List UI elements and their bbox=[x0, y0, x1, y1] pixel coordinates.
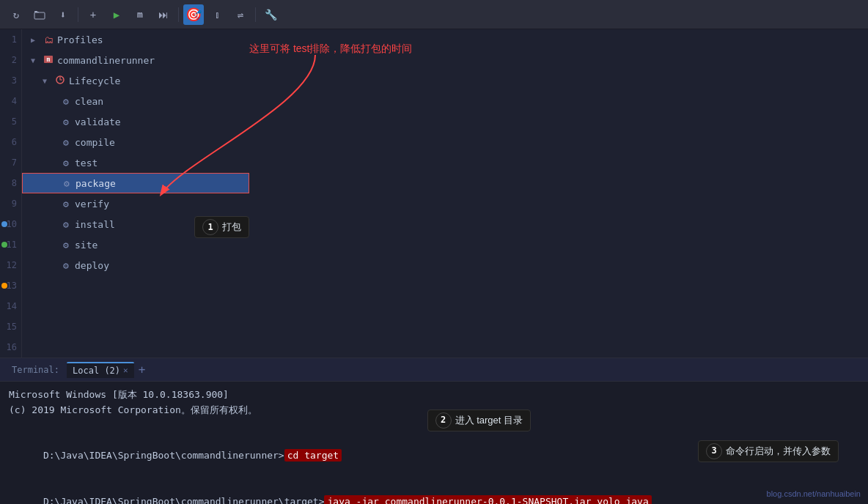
verify-item[interactable]: ⚙ verify bbox=[22, 193, 249, 214]
terminal-add-btn[interactable]: + bbox=[139, 363, 146, 377]
validate-label: validate bbox=[75, 116, 121, 127]
profiles-item[interactable]: ▶ 🗂 Profiles bbox=[22, 29, 249, 50]
line-10: 10 bbox=[0, 214, 21, 234]
terminal-label: Terminal: bbox=[6, 362, 65, 378]
commandlinerunner-item[interactable]: ▼ m commandlinerunner bbox=[22, 50, 249, 70]
site-gear-icon: ⚙ bbox=[60, 240, 72, 251]
line-4: 4 bbox=[0, 91, 21, 111]
line-numbers: 1 2 3 4 5 6 7 8 9 10 11 12 13 14 15 16 bbox=[0, 29, 22, 357]
terminal-line-3: D:\Java\IDEA\SpringBoot\commandlinerunne… bbox=[9, 433, 859, 478]
terminal-prompt-3: D:\Java\IDEA\SpringBoot\commandlinerunne… bbox=[43, 450, 284, 461]
main-area: 1 2 3 4 5 6 7 8 9 10 11 12 13 14 15 16 ▶ bbox=[0, 29, 868, 357]
project-tree: ▶ 🗂 Profiles ▼ m commandlinerunner ▼ Lif… bbox=[22, 29, 249, 357]
test-label: test bbox=[75, 158, 98, 168]
terminal-close-btn[interactable]: ✕ bbox=[123, 366, 128, 375]
sep2 bbox=[178, 7, 179, 22]
validate-item[interactable]: ⚙ validate bbox=[22, 111, 249, 132]
terminal-line-2: (c) 2019 Microsoft Corporation。保留所有权利。 bbox=[9, 403, 859, 418]
run-btn[interactable]: ▶ bbox=[106, 4, 127, 25]
terminal-line-blank bbox=[9, 418, 859, 434]
maven-btn[interactable]: m bbox=[130, 4, 150, 25]
install-item[interactable]: ⚙ install bbox=[22, 214, 249, 234]
footer-watermark: blog.csdn.net/nanhuaibein bbox=[767, 488, 861, 501]
columns-btn[interactable]: ⫾ bbox=[207, 4, 227, 25]
settings-btn[interactable]: 🔧 bbox=[260, 4, 281, 25]
toolbar: ↻ ⬇ + ▶ m ⏭ 🎯 ⫾ ⇌ 🔧 bbox=[0, 0, 868, 29]
profiles-icon: 🗂 bbox=[43, 34, 54, 45]
skip-btn[interactable]: ⏭ bbox=[153, 4, 174, 25]
commandlinerunner-arrow: ▼ bbox=[31, 56, 40, 64]
compile-item[interactable]: ⚙ compile bbox=[22, 132, 249, 152]
line-6: 6 bbox=[0, 132, 21, 152]
line-16: 16 bbox=[0, 337, 21, 357]
commandlinerunner-label: commandlinerunner bbox=[57, 55, 155, 66]
line-9: 9 bbox=[0, 193, 21, 214]
profiles-arrow: ▶ bbox=[31, 36, 40, 44]
line-5: 5 bbox=[0, 111, 21, 132]
sep1 bbox=[78, 7, 78, 22]
deploy-item[interactable]: ⚙ deploy bbox=[22, 255, 249, 275]
test-gear-icon: ⚙ bbox=[60, 158, 72, 168]
open-file-btn[interactable] bbox=[29, 4, 50, 25]
terminal-area: Terminal: Local (2) ✕ + Microsoft Window… bbox=[0, 357, 868, 504]
lifecycle-item[interactable]: ▼ Lifecycle bbox=[22, 70, 249, 91]
profiles-label: Profiles bbox=[57, 34, 103, 45]
lifecycle-icon bbox=[54, 75, 66, 87]
site-label: site bbox=[75, 240, 98, 251]
sep3 bbox=[255, 7, 256, 22]
test-item[interactable]: ⚙ test bbox=[22, 152, 249, 173]
terminal-line-1: Microsoft Windows [版本 10.0.18363.900] bbox=[9, 388, 859, 403]
refresh-btn[interactable]: ↻ bbox=[6, 4, 26, 25]
phase-btn[interactable]: ⇌ bbox=[230, 4, 251, 25]
line-8: 8 bbox=[0, 173, 21, 193]
terminal-tab-local[interactable]: Local (2) ✕ bbox=[67, 362, 134, 378]
line-14: 14 bbox=[0, 296, 21, 316]
svg-text:m: m bbox=[47, 56, 51, 63]
site-item[interactable]: ⚙ site bbox=[22, 234, 249, 255]
deploy-gear-icon: ⚙ bbox=[60, 260, 72, 271]
deploy-label: deploy bbox=[75, 260, 109, 271]
clean-label: clean bbox=[75, 96, 103, 107]
commandlinerunner-icon: m bbox=[43, 54, 54, 67]
line-15: 15 bbox=[0, 316, 21, 337]
package-label: package bbox=[76, 178, 116, 189]
svg-rect-2 bbox=[34, 12, 45, 19]
verify-label: verify bbox=[75, 199, 109, 210]
java-command: java -jar commandlinerunner-0.0.1-SNAPSH… bbox=[324, 495, 651, 504]
lifecycle-arrow: ▼ bbox=[43, 77, 51, 85]
download-btn[interactable]: ⬇ bbox=[53, 4, 73, 25]
cd-command: cd target bbox=[284, 449, 342, 462]
editor-area bbox=[249, 29, 868, 357]
validate-gear-icon: ⚙ bbox=[60, 116, 72, 127]
line-13: 13 bbox=[0, 275, 21, 296]
line-2: 2 bbox=[0, 50, 21, 70]
package-item[interactable]: ⚙ package bbox=[22, 173, 249, 193]
terminal-content: Microsoft Windows [版本 10.0.18363.900] (c… bbox=[0, 382, 868, 504]
clean-gear-icon: ⚙ bbox=[60, 96, 72, 107]
line-12: 12 bbox=[0, 255, 21, 275]
content-wrapper: ▶ 🗂 Profiles ▼ m commandlinerunner ▼ Lif… bbox=[22, 29, 868, 357]
target-btn[interactable]: 🎯 bbox=[183, 4, 204, 25]
terminal-tabs: Terminal: Local (2) ✕ + bbox=[0, 358, 868, 382]
compile-gear-icon: ⚙ bbox=[60, 137, 72, 148]
terminal-tab-name: Local (2) bbox=[73, 366, 120, 376]
line-11: 11 bbox=[0, 234, 21, 255]
compile-label: compile bbox=[75, 137, 115, 148]
terminal-line-4: D:\Java\IDEA\SpringBoot\commandlinerunne… bbox=[9, 479, 859, 504]
package-gear-icon: ⚙ bbox=[61, 178, 73, 189]
verify-gear-icon: ⚙ bbox=[60, 199, 72, 210]
line-3: 3 bbox=[0, 70, 21, 91]
line-1: 1 bbox=[0, 29, 21, 50]
lifecycle-label: Lifecycle bbox=[69, 75, 120, 86]
clean-item[interactable]: ⚙ clean bbox=[22, 91, 249, 111]
line-7: 7 bbox=[0, 152, 21, 173]
add-btn[interactable]: + bbox=[83, 4, 103, 25]
terminal-prompt-4: D:\Java\IDEA\SpringBoot\commandlinerunne… bbox=[43, 496, 325, 504]
install-label: install bbox=[75, 219, 115, 230]
install-gear-icon: ⚙ bbox=[60, 219, 72, 230]
